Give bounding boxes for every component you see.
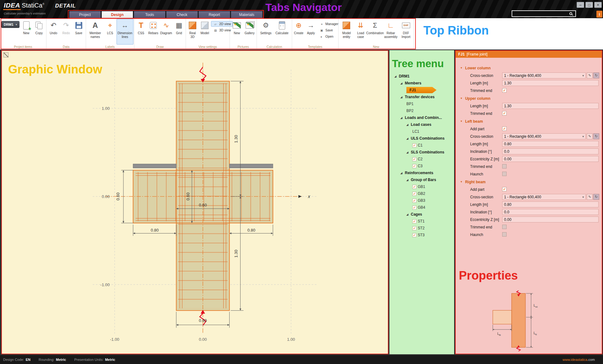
load-case-button[interactable]: ⇊Load case bbox=[354, 19, 367, 45]
edit-icon[interactable]: ✎ bbox=[587, 72, 593, 78]
create-button[interactable]: ⊕Create bbox=[293, 19, 305, 45]
checkbox-checked-icon[interactable]: ✓ bbox=[412, 206, 416, 210]
tree-item-load-cases[interactable]: ◢Load cases bbox=[389, 121, 454, 128]
checkbox-checked-icon[interactable]: ✓ bbox=[412, 192, 416, 196]
search-icon[interactable] bbox=[569, 12, 572, 15]
tree-item-bp2[interactable]: BP2 bbox=[389, 107, 454, 114]
value-field[interactable]: 1.30 bbox=[502, 80, 599, 86]
real-3d-button[interactable]: Real 3D bbox=[187, 19, 198, 45]
tree-item-members[interactable]: ◢Members bbox=[389, 80, 454, 87]
member-names-button[interactable]: AMember names bbox=[87, 19, 104, 45]
expander-icon[interactable]: ◢ bbox=[406, 179, 410, 181]
tree-item-gb3[interactable]: ✓GB3 bbox=[389, 197, 454, 204]
checkbox-checked-icon[interactable]: ✓ bbox=[412, 199, 416, 203]
checkbox-checked-icon[interactable]: ✓ bbox=[412, 185, 416, 189]
tree-item-transfer-devices[interactable]: ◢Transfer devices bbox=[389, 94, 454, 100]
tree-item-st2[interactable]: ✓ST2 bbox=[389, 225, 454, 232]
collapse-icon[interactable]: ▼ bbox=[460, 97, 463, 100]
tree-item-gb2[interactable]: ✓GB2 bbox=[389, 190, 454, 197]
2d-view-button[interactable]: ▱2D view bbox=[211, 21, 233, 27]
css-button[interactable]: TCSS bbox=[135, 19, 147, 45]
apply-button[interactable]: →Apply bbox=[305, 19, 317, 45]
tab-tools[interactable]: Tools bbox=[134, 11, 166, 18]
tree-item-group-of-bars[interactable]: ◢Group of Bars bbox=[389, 176, 454, 183]
tree-item-bp1[interactable]: BP1 bbox=[389, 100, 454, 107]
refresh-icon[interactable]: ↻ bbox=[593, 194, 599, 200]
expander-icon[interactable]: ◢ bbox=[406, 151, 410, 154]
open-button[interactable]: ▸Open bbox=[317, 34, 340, 39]
value-field[interactable]: 0.00 bbox=[502, 217, 599, 222]
combination-button[interactable]: ΣCombination bbox=[367, 19, 383, 45]
edit-icon[interactable]: ✎ bbox=[587, 133, 593, 139]
expander-icon[interactable]: ◢ bbox=[406, 123, 410, 126]
undo-button[interactable]: ↶Undo bbox=[47, 19, 59, 45]
website-link[interactable]: www.ideastatica .com bbox=[562, 358, 595, 361]
edit-icon[interactable]: ✎ bbox=[587, 194, 593, 200]
dxf-import-button[interactable]: DXFDXF Import bbox=[399, 19, 413, 45]
checkbox-unchecked-icon[interactable] bbox=[502, 225, 507, 229]
tree-item-st1[interactable]: ✓ST1 bbox=[389, 218, 454, 225]
section-lower-column[interactable]: ▼Lower column bbox=[456, 64, 602, 72]
checkbox-checked-icon[interactable]: ✓ bbox=[502, 187, 507, 191]
graphic-window[interactable]: x bbox=[1, 50, 388, 354]
expander-icon[interactable]: ◢ bbox=[400, 172, 404, 174]
checkbox-checked-icon[interactable]: ✓ bbox=[502, 111, 507, 115]
new-button[interactable]: New bbox=[231, 19, 243, 45]
tab-check[interactable]: Check bbox=[166, 11, 198, 18]
maximize-button[interactable]: □ bbox=[585, 2, 593, 8]
tree-item-gb1[interactable]: ✓GB1 bbox=[389, 183, 454, 190]
tab-design[interactable]: Design bbox=[101, 11, 133, 18]
expander-icon[interactable]: ◢ bbox=[406, 137, 410, 140]
tree-item-gb4[interactable]: ✓GB4 bbox=[389, 204, 454, 211]
collapse-icon[interactable]: ▼ bbox=[460, 120, 463, 123]
checkbox-checked-icon[interactable]: ✓ bbox=[412, 164, 416, 168]
tree-item-reinforcements[interactable]: ◢Reinforcements bbox=[389, 169, 454, 176]
diagram-button[interactable]: ∿Diagram bbox=[160, 19, 173, 45]
collapse-icon[interactable]: ▼ bbox=[460, 180, 463, 183]
value-field[interactable]: 0.0 bbox=[502, 209, 599, 215]
lcs-button[interactable]: ⌖LCS bbox=[104, 19, 116, 45]
rebar-assembly-button[interactable]: ∟Rebar assembly bbox=[383, 19, 399, 45]
checkbox-checked-icon[interactable]: ✓ bbox=[412, 157, 416, 161]
tab-materials[interactable]: Materials bbox=[231, 11, 263, 18]
expander-icon[interactable]: ◢ bbox=[400, 82, 404, 85]
info-icon[interactable]: i bbox=[596, 11, 602, 18]
new-button[interactable]: New bbox=[20, 19, 32, 45]
dimension-lines-button[interactable]: ↔Dimension lines bbox=[117, 19, 134, 45]
tree-item-c2[interactable]: ✓C2 bbox=[389, 156, 454, 163]
project-items-combo[interactable]: DRM1▾ bbox=[1, 21, 19, 28]
grid-button[interactable]: ▦Grid bbox=[173, 19, 185, 45]
tab-project[interactable]: Project bbox=[69, 11, 101, 18]
checkbox-checked-icon[interactable]: ✓ bbox=[502, 126, 507, 131]
expander-icon[interactable]: ◢ bbox=[406, 213, 410, 216]
expander-icon[interactable]: ◢ bbox=[394, 75, 398, 78]
search-input[interactable] bbox=[513, 12, 569, 16]
cross-section-select[interactable]: 1 - Rectangle 600,400▾ bbox=[502, 133, 586, 139]
checkbox-unchecked-icon[interactable] bbox=[502, 164, 507, 169]
checkbox-checked-icon[interactable]: ✓ bbox=[412, 233, 416, 237]
value-field[interactable]: 1.30 bbox=[502, 103, 599, 109]
expander-icon[interactable]: ◢ bbox=[400, 96, 404, 99]
copy-button[interactable]: Copy bbox=[33, 19, 45, 45]
tree-item-drm1[interactable]: ◢DRM1 bbox=[389, 73, 454, 80]
bearing-plate-left[interactable] bbox=[133, 164, 176, 168]
tree-item-cages[interactable]: ◢Cages bbox=[389, 211, 454, 218]
tree-item-c1[interactable]: ✓C1 bbox=[389, 142, 454, 149]
bearing-plate-right[interactable] bbox=[230, 164, 273, 168]
fit-view-icon[interactable] bbox=[3, 52, 8, 57]
tree-item-loads-and-combin[interactable]: ◢Loads and Combin... bbox=[389, 114, 454, 121]
tree-item-uls-combinations[interactable]: ◢ULS Combinations bbox=[389, 135, 454, 142]
checkbox-unchecked-icon[interactable] bbox=[502, 172, 507, 176]
cross-section-select[interactable]: 1 - Rectangle 600,400▾ bbox=[502, 194, 586, 200]
checkbox-checked-icon[interactable]: ✓ bbox=[502, 88, 507, 93]
checkbox-checked-icon[interactable]: ✓ bbox=[412, 226, 416, 230]
value-field[interactable]: 0.0 bbox=[502, 148, 599, 154]
tree-item-c3[interactable]: ✓C3 bbox=[389, 163, 454, 169]
value-field[interactable]: 0.00 bbox=[502, 156, 599, 162]
model-button[interactable]: Model bbox=[199, 19, 211, 45]
settings-button[interactable]: ⚙Settings bbox=[259, 19, 272, 45]
section-right-beam[interactable]: ▼Right beam bbox=[456, 178, 602, 186]
cross-section-select[interactable]: 1 - Rectangle 600,400▾ bbox=[502, 72, 586, 78]
refresh-icon[interactable]: ↻ bbox=[593, 72, 599, 78]
redo-button[interactable]: ↷Redo bbox=[60, 19, 72, 45]
